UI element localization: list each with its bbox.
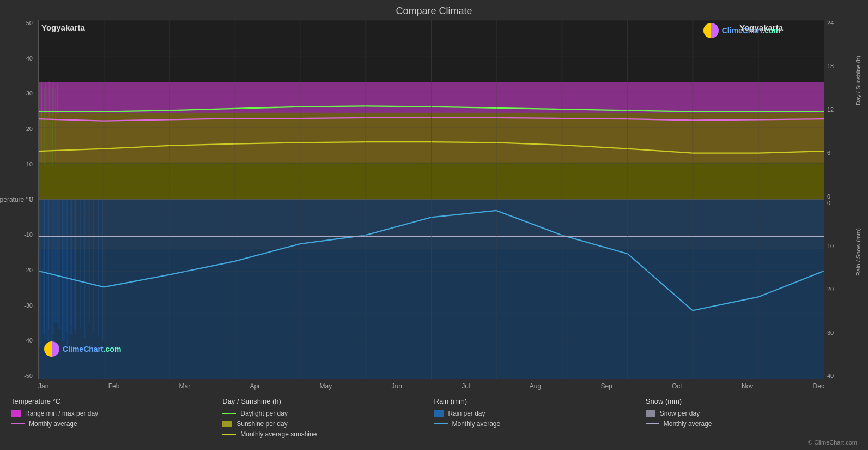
copyright: © ClimeChart.com <box>5 439 863 447</box>
month-oct: Oct <box>672 382 682 390</box>
legend-line-rain-avg <box>434 423 448 424</box>
legend-line-sunshine-avg <box>222 434 236 435</box>
month-jul: Jul <box>462 382 470 390</box>
legend-group-sunshine: Day / Sunshine (h) Daylight per day Suns… <box>222 397 434 438</box>
legend-swatch-rain <box>434 410 444 417</box>
logo-icon-top <box>703 23 719 38</box>
month-aug: Aug <box>530 382 541 390</box>
y-axis-right: 24 18 12 6 0 0 10 20 30 40 Day / Sunshin… <box>824 20 863 379</box>
month-sep: Sep <box>600 382 612 390</box>
city-label-left: Yogyakarta <box>41 23 85 32</box>
month-apr: Apr <box>250 382 260 390</box>
legend-line-snow-avg <box>646 423 659 424</box>
legend-swatch-snow <box>646 410 655 417</box>
logo-text-bottom: ClimeChart.com <box>63 345 121 353</box>
legend-line-temp-avg <box>11 423 25 424</box>
legend-swatch-sunshine <box>222 421 232 427</box>
page-title: Compare Climate <box>5 5 863 17</box>
y-axis-left: Temperature °C 50 40 30 20 10 0 -10 -20 … <box>5 20 38 379</box>
legend-line-daylight <box>222 413 236 414</box>
logo-text-top: ClimeChart.com <box>722 26 780 35</box>
y-axis-right-rain-label: Rain / Snow (mm) <box>855 228 861 276</box>
month-mar: Mar <box>179 382 191 390</box>
month-dec: Dec <box>813 382 824 390</box>
month-nov: Nov <box>742 382 753 390</box>
month-jun: Jun <box>391 382 402 390</box>
legend-group-snow: Snow (mm) Snow per day Monthly average <box>646 397 857 438</box>
logo-bottom-left: ClimeChart.com <box>44 341 121 357</box>
legend-swatch-temp-range <box>11 410 21 417</box>
month-jan: Jan <box>38 382 48 390</box>
legend-area: Temperature °C Range min / max per day M… <box>5 393 863 439</box>
y-axis-right-sunshine-label: Day / Sunshine (h) <box>855 56 861 105</box>
x-axis: Jan Feb Mar Apr May Jun Jul Aug Sep Oct … <box>38 379 824 393</box>
logo-icon-bottom <box>44 341 59 357</box>
legend-group-temperature: Temperature °C Range min / max per day M… <box>11 397 222 438</box>
month-feb: Feb <box>108 382 120 390</box>
legend-group-rain: Rain (mm) Rain per day Monthly average <box>434 397 646 438</box>
month-may: May <box>320 382 332 390</box>
logo-top-right: ClimeChart.com <box>703 23 780 38</box>
main-chart: Yogyakarta Yogyakarta ClimeChart.com Cli… <box>38 20 824 379</box>
y-axis-left-label: Temperature °C <box>0 196 33 203</box>
